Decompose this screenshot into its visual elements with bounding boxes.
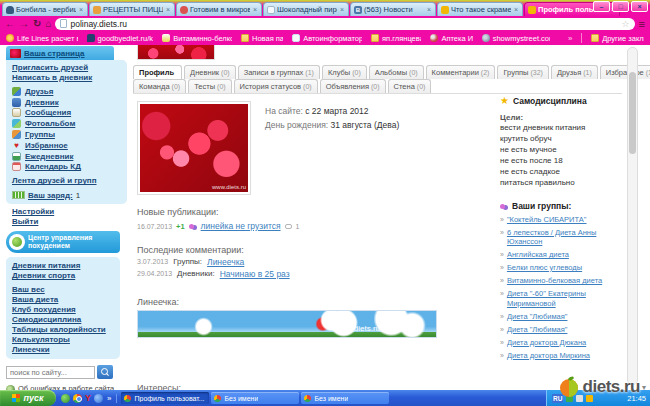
home-button[interactable]: ⌂	[45, 17, 51, 30]
browser-tab-3[interactable]: Готовим в микровол... ×	[176, 2, 262, 16]
calorie-tables-link[interactable]: Таблицы калорийности	[12, 325, 114, 335]
group-link-item[interactable]: »Витаминно-белковая диета	[500, 276, 626, 286]
group-link-item[interactable]: »Диета "Любимая"	[500, 312, 626, 322]
sidebar-item-label[interactable]: Друзья	[25, 87, 53, 96]
tab-close-icon[interactable]: ×	[78, 6, 84, 13]
sidebar-tab-your-page[interactable]: Ваша страница	[6, 46, 114, 60]
back-button[interactable]: ←	[5, 17, 15, 30]
bookmark-item[interactable]: Life Lines расчет веса...	[6, 34, 78, 43]
scrollbar-thumb[interactable]	[629, 72, 636, 154]
bookmark-item[interactable]: яп.глянцевание	[371, 34, 421, 43]
sidebar-item-label[interactable]: Фотоальбом	[25, 119, 75, 128]
tab-profile[interactable]: Профиль	[133, 65, 182, 79]
invite-friends-link[interactable]: Пригласить друзей	[12, 63, 121, 73]
sidebar-item-groups[interactable]: Группы	[12, 129, 121, 140]
bookmark-item[interactable]: Аптека ИФК.	[430, 34, 472, 43]
group-link-item[interactable]: »"Коктейль СИБАРИТА"	[500, 215, 626, 225]
group-link[interactable]: Диета "Любимая"	[507, 325, 568, 335]
bookmark-item[interactable]: Автоинформатор - Site	[292, 34, 362, 43]
group-link-item[interactable]: »Диета доктора Дюкана	[500, 338, 626, 348]
group-link[interactable]: Витаминно-белковая диета	[507, 276, 602, 286]
group-link[interactable]: Английская диета	[507, 250, 569, 260]
comment-link[interactable]: Линеечка	[207, 257, 244, 267]
publication-link[interactable]: линейка не грузится	[201, 221, 281, 231]
profile-avatar[interactable]: www.diets.ru	[137, 101, 251, 195]
sidebar-item-messages[interactable]: Сообщения	[12, 108, 121, 119]
task-button-active[interactable]: Профиль пользоват...	[121, 392, 209, 404]
address-bar[interactable]: polinay.diets.ru ☆	[55, 18, 634, 30]
address-text[interactable]: polinay.diets.ru	[70, 19, 618, 29]
weight-loss-club-link[interactable]: Клуб похудения	[12, 305, 114, 315]
page-scrollbar[interactable]	[627, 47, 638, 385]
tab-status-history[interactable]: История статусов(0)	[234, 79, 318, 93]
sidebar-item-label[interactable]: Избранное	[25, 141, 68, 150]
your-diet-link[interactable]: Ваша диета	[12, 295, 114, 305]
group-link-item[interactable]: »6 лепестков / Диета Анны Юханссон	[500, 228, 626, 247]
reload-button[interactable]: ↻	[33, 17, 41, 30]
tab-announcements[interactable]: Объявления(0)	[320, 79, 386, 93]
restore-button[interactable]: □	[612, 1, 629, 12]
tab-albums[interactable]: Альбомы(0)	[369, 65, 424, 79]
quick-launch-icon[interactable]	[61, 394, 70, 403]
tab-team[interactable]: Команда(0)	[133, 79, 186, 93]
friends-feed-link[interactable]: Лента друзей и групп	[12, 176, 121, 185]
group-link[interactable]: Белки плюс углеводы	[507, 263, 582, 273]
sidebar-item-planner[interactable]: Ежедневник	[12, 151, 121, 162]
bookmark-item[interactable]: goodbyediet.ru/knigi/...	[87, 34, 154, 43]
tab-comments[interactable]: Комментарии(2)	[426, 65, 496, 79]
browser-tab-1[interactable]: Бонбила - вербицко... ×	[2, 2, 88, 16]
start-button[interactable]: пуск	[0, 390, 56, 406]
sidebar-item-favorites[interactable]: ♥Избранное	[12, 140, 121, 151]
bookmarks-overflow-icon[interactable]: »	[568, 34, 572, 43]
group-link[interactable]: 6 лепестков / Диета Анны Юханссон	[507, 228, 626, 247]
task-button[interactable]: Без имени	[211, 392, 299, 404]
tab-diary[interactable]: Дневник(0)	[184, 65, 236, 79]
charge-link[interactable]: Ваш заряд:	[28, 191, 73, 200]
sidebar-item-label[interactable]: Сообщения	[25, 108, 71, 117]
quick-launch-overflow-icon[interactable]: »	[107, 394, 111, 403]
group-link-item[interactable]: »Диета доктора Миркина	[500, 351, 626, 361]
group-link[interactable]: Диета доктора Миркина	[507, 351, 590, 361]
calculators-link[interactable]: Калькуляторы	[12, 335, 114, 345]
browser-menu-icon[interactable]: ≡	[639, 18, 645, 30]
browser-tab-2[interactable]: РЕЦЕПТЫ ПИЦЦЫ Д... ×	[89, 2, 175, 16]
tab-clubs[interactable]: Клубы(0)	[322, 65, 367, 79]
browser-tab-5[interactable]: B (563) Новости ×	[350, 2, 436, 16]
yandex-icon[interactable]: Y	[85, 394, 91, 403]
tab-close-icon[interactable]: ×	[339, 6, 345, 13]
logout-link[interactable]: Выйти	[12, 217, 127, 227]
group-link-item[interactable]: »Белки плюс углеводы	[500, 263, 626, 273]
tab-close-icon[interactable]: ×	[426, 6, 432, 13]
forward-button[interactable]: →	[19, 17, 29, 30]
browser-tab-6[interactable]: Что такое скрамеш... ×	[437, 2, 523, 16]
food-diary-link[interactable]: Дневник питания	[12, 261, 114, 271]
group-link-item[interactable]: »Диета "Любимая"	[500, 325, 626, 335]
site-search-input[interactable]	[6, 366, 95, 379]
task-button[interactable]: Без имени	[301, 392, 389, 404]
sidebar-item-label[interactable]: Дневник	[25, 98, 59, 107]
group-link[interactable]: "Коктейль СИБАРИТА"	[507, 215, 587, 225]
tab-tests[interactable]: Тесты(0)	[188, 79, 231, 93]
group-link-item[interactable]: »Английская диета	[500, 250, 626, 260]
browser-tab-4[interactable]: Шоколадный пирог ×	[263, 2, 349, 16]
close-button[interactable]: ×	[631, 1, 648, 12]
group-link[interactable]: Диета доктора Дюкана	[507, 338, 586, 348]
bookmark-item[interactable]: Витаминно-белковая...	[162, 34, 232, 43]
sidebar-item-label[interactable]: Ежедневник	[25, 152, 73, 161]
tab-close-icon[interactable]: ×	[252, 6, 258, 13]
rulers-link[interactable]: Линеечки	[12, 345, 114, 355]
write-diary-link[interactable]: Написать в дневник	[12, 73, 121, 83]
sidebar-item-photoalbum[interactable]: Фотоальбом	[12, 118, 121, 129]
tab-close-icon[interactable]: ×	[513, 6, 519, 13]
bookmark-star-icon[interactable]: ☆	[622, 19, 630, 29]
tab-close-icon[interactable]: ×	[165, 6, 171, 13]
tab-friends[interactable]: Друзья(1)	[551, 65, 598, 79]
comment-link[interactable]: Начинаю в 25 раз	[220, 269, 290, 279]
diets-ru-logo[interactable]: diets.ru ▾	[557, 375, 646, 399]
weight-control-center-banner[interactable]: Центр управления похудением	[6, 231, 120, 253]
sidebar-item-label[interactable]: Календарь КД	[25, 162, 81, 171]
your-weight-link[interactable]: Ваш вес	[12, 285, 114, 295]
tab-favorites[interactable]: Избранное(183)	[600, 65, 650, 79]
tab-groups[interactable]: Группы(32)	[497, 65, 548, 79]
bookmark-item[interactable]: Новая папка	[241, 34, 283, 43]
